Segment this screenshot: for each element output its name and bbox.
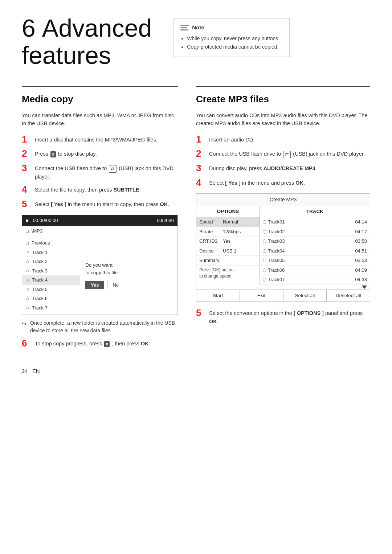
step-6: 6 To stop copy progress, press x , then … xyxy=(22,338,178,349)
mp3-opt-bitrate-value: 128kbps xyxy=(223,228,241,235)
track-name-5: Track05 xyxy=(268,257,352,264)
x-button-icon: x xyxy=(50,151,56,157)
dialog-item-track2[interactable]: ♫ Track 2 xyxy=(22,257,80,266)
step-5: 5 Select [ Yes ] in the menu to start to… xyxy=(22,199,178,210)
mp3-track-row-4[interactable]: Track04 04:51 xyxy=(260,246,370,256)
track-radio-4 xyxy=(263,249,266,253)
mp3-select-all-button[interactable]: Select all xyxy=(283,290,327,301)
mp3-opt-crtid3[interactable]: CRT ID3 Yes xyxy=(196,237,260,246)
mp3-track-row-1[interactable]: Track01 04:14 xyxy=(260,217,370,227)
note-icon xyxy=(180,24,189,31)
note-item-1: While you copy, never press any buttons. xyxy=(187,35,283,42)
note-header: Note xyxy=(180,24,283,32)
track-radio-6 xyxy=(263,268,266,272)
yes-button[interactable]: Yes xyxy=(85,281,104,289)
step-4-num: 4 xyxy=(22,184,35,195)
create-mp3-step-1: 1 Insert an audio CD. xyxy=(196,134,370,145)
mp3-opt-bitrate[interactable]: Bitrate 128kbps xyxy=(196,227,260,237)
track-name-7: Track07 xyxy=(268,276,352,283)
track-radio-5 xyxy=(263,259,266,262)
create-mp3-step-4: 4 Select [ Yes ] in the menu and press O… xyxy=(196,177,370,188)
media-copy-steps: 1 Insert a disc that contains the MP3/WM… xyxy=(22,134,178,210)
note-box: Note While you copy, never press any but… xyxy=(173,18,290,57)
dialog-item-track3[interactable]: ♫ Track 3 xyxy=(22,266,80,276)
mp3-opt-summary-label: Summary xyxy=(199,257,223,264)
media-copy-intro: You can transfer data files such as MP3,… xyxy=(22,111,178,128)
track-time-5: 03:53 xyxy=(353,257,367,264)
dialog-item-track5[interactable]: ♫ Track 5 xyxy=(22,285,80,294)
dialog-item-previous-label: Previous xyxy=(32,239,50,247)
dialog-item-track7[interactable]: ♫ Track 7 xyxy=(22,303,80,313)
music-note-4: ♫ xyxy=(26,277,29,283)
mp3-opt-device-label: Device xyxy=(199,247,223,255)
create-mp3-step-2: 2 Connect the USB flash drive to ⇄ (USB)… xyxy=(196,148,370,159)
note-label: Note xyxy=(192,24,204,32)
step-1-text: Insert a disc that contains the MP3/WMA/… xyxy=(35,134,158,144)
mp3-opt-crtid3-label: CRT ID3 xyxy=(199,238,223,245)
step-5-text: Select [ Yes ] in the menu to start to c… xyxy=(35,199,169,208)
dialog-item-track6[interactable]: ♫ Track 6 xyxy=(22,294,80,303)
step-4: 4 Select the file to copy, then press SU… xyxy=(22,184,178,195)
track-name-6: Track06 xyxy=(268,267,352,274)
right-column: Create MP3 files You can convert audio C… xyxy=(196,80,370,353)
main-content: Media copy You can transfer data files s… xyxy=(22,80,370,353)
mp3-opt-speed-label: Speed xyxy=(199,218,223,226)
mp3-track-row-5[interactable]: Track05 03:53 xyxy=(260,256,370,266)
step-6-text: To stop copy progress, press x , then pr… xyxy=(35,338,150,348)
mp3-track-row-6[interactable]: Track06 04:09 xyxy=(260,266,370,275)
chapter-title: 6Advancedfeatures xyxy=(22,15,152,69)
track-radio-7 xyxy=(263,278,266,282)
mp3-exit-button[interactable]: Exit xyxy=(240,290,283,301)
track-time-4: 04:51 xyxy=(353,247,367,255)
create-mp3-step-4-num: 4 xyxy=(196,177,209,188)
no-button[interactable]: No xyxy=(107,281,124,289)
divider-right xyxy=(196,86,370,87)
track-name-2: Track02 xyxy=(268,228,352,235)
mp3-options-rows: Speed Normal Bitrate 128kbps CRT ID3 Yes… xyxy=(196,217,260,285)
track-time-2: 04:17 xyxy=(353,228,367,235)
page-number: 24 xyxy=(22,367,28,376)
mp3-deselect-all-button[interactable]: Deselect all xyxy=(327,290,370,301)
mp3-track-row-3[interactable]: Track03 03:58 xyxy=(260,237,370,246)
mp3-opt-speed-value: Normal xyxy=(223,218,238,226)
left-column: Media copy You can transfer data files s… xyxy=(22,80,178,353)
mp3-track-row-7[interactable]: Track07 04:38 xyxy=(260,275,370,285)
step-4-text: Select the file to copy, then press SUBT… xyxy=(35,184,140,194)
track-time-6: 04:09 xyxy=(353,267,367,274)
create-mp3-step-1-num: 1 xyxy=(196,134,209,145)
dialog-file-list: □ Previous ♫ Track 1 ♫ Track 2 ♫ Track 3 xyxy=(22,236,80,315)
mp3-col-track-header: TRACK xyxy=(260,206,370,217)
dialog-item-track1[interactable]: ♫ Track 1 xyxy=(22,248,80,257)
create-mp3-table: Create MP3 OPTIONS TRACK Speed Normal Bi… xyxy=(196,193,370,302)
note-list: While you copy, never press any buttons.… xyxy=(180,35,283,51)
track-5-label: Track 5 xyxy=(32,286,48,293)
page-footer: 24 EN xyxy=(22,367,370,376)
music-note-1: ♫ xyxy=(26,249,29,255)
mp3-opt-device[interactable]: Device USB 1 xyxy=(196,246,260,256)
dialog-copy-prompt: Do you wantto copy this file Yes No xyxy=(80,236,177,315)
mp3-start-button[interactable]: Start xyxy=(196,290,240,301)
mp3-tracks-rows: Track01 04:14 Track02 04:17 Track03 03:5… xyxy=(260,217,370,285)
arrow-symbol: ↪ xyxy=(22,320,26,335)
track-3-label: Track 3 xyxy=(32,267,48,275)
page-header: 6Advancedfeatures Note While you copy, n… xyxy=(22,15,370,69)
dialog-item-track4[interactable]: ♫ Track 4 xyxy=(22,275,80,285)
dialog-counter: 005/030 xyxy=(157,217,174,224)
mp3-track-row-2[interactable]: Track02 04:17 xyxy=(260,227,370,237)
mp3-opt-device-value: USB 1 xyxy=(223,247,237,255)
dialog-path-row: □ \MP3 xyxy=(22,226,177,237)
track-time-1: 04:14 xyxy=(353,218,367,226)
create-mp3-step-2-num: 2 xyxy=(196,148,209,159)
dialog-stop-icon: ■ xyxy=(26,217,29,224)
mp3-opt-speed[interactable]: Speed Normal xyxy=(196,217,260,227)
music-note-3: ♫ xyxy=(26,267,29,274)
music-note-6: ♫ xyxy=(26,295,29,302)
note-item-2: Copy-protected media cannot be copied. xyxy=(187,43,283,51)
create-mp3-step-2-text: Connect the USB flash drive to ⇄ (USB) j… xyxy=(209,148,365,158)
mp3-opt-summary[interactable]: Summary xyxy=(196,256,260,266)
dialog-body: □ Previous ♫ Track 1 ♫ Track 2 ♫ Track 3 xyxy=(22,236,177,315)
track-7-label: Track 7 xyxy=(32,304,48,312)
music-note-2: ♫ xyxy=(26,258,29,265)
dialog-item-previous[interactable]: □ Previous xyxy=(22,238,80,248)
folder-icon: □ xyxy=(26,239,29,247)
